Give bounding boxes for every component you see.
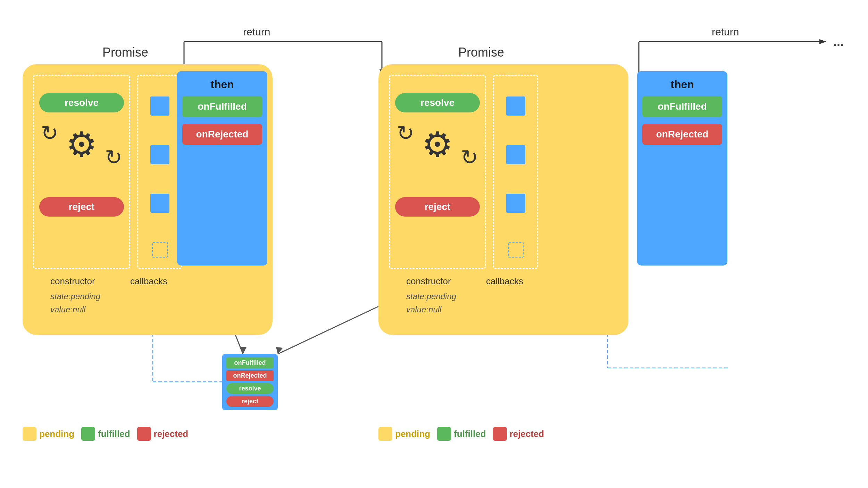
rejected-label-right: rejected	[510, 429, 544, 439]
legend-fulfilled-right: fulfilled	[437, 427, 486, 441]
right-cb-sq1	[506, 96, 525, 116]
right-constructor-box: resolve ⚙ ↺ ↻ reject	[389, 75, 486, 269]
right-promise-box: Promise resolve ⚙ ↺ ↻ reject	[378, 64, 628, 335]
left-onfulfilled-btn: onFulfilled	[182, 96, 262, 117]
left-state-text: state:pendingvalue:null	[50, 290, 100, 317]
right-callbacks-label: callbacks	[486, 276, 523, 287]
right-onfulfilled-btn: onFulfilled	[642, 96, 722, 117]
svg-marker-8	[240, 347, 247, 354]
right-cb-sq3	[506, 194, 525, 213]
right-then-box: then onFulfilled onRejected	[637, 71, 727, 266]
left-arrow-right: ↻	[105, 145, 122, 169]
right-state-text: state:pendingvalue:null	[406, 290, 456, 317]
legend-fulfilled-left: fulfilled	[81, 427, 130, 441]
rejected-label-left: rejected	[154, 429, 189, 439]
pending-label-right: pending	[395, 429, 430, 439]
right-callbacks-box	[493, 75, 538, 269]
right-gear-icon: ⚙	[422, 124, 453, 165]
left-gear-icon: ⚙	[66, 124, 97, 165]
left-callbacks-box	[137, 75, 182, 269]
left-cb-dashed-sq	[152, 242, 168, 258]
rejected-color-left	[137, 427, 151, 441]
fulfilled-color-right	[437, 427, 451, 441]
right-arrow-left: ↺	[397, 121, 414, 145]
ellipsis-text: ...	[833, 35, 844, 49]
pending-color-left	[23, 427, 36, 441]
left-promise-title: Promise	[102, 45, 148, 60]
mini-reject: reject	[226, 396, 274, 407]
mini-promise-box: onFulfilled onRejected resolve reject	[222, 354, 278, 410]
legend-rejected-left: rejected	[137, 427, 189, 441]
left-cb-sq2	[150, 145, 169, 164]
left-then-title: then	[210, 78, 234, 91]
return-label-right: return	[712, 26, 739, 38]
left-resolve-btn: resolve	[39, 93, 124, 112]
right-promise-title: Promise	[458, 45, 504, 60]
right-arrow-right: ↻	[461, 145, 478, 169]
diagram-container: return return ... Promise resolve ⚙ ↺ ↻ …	[0, 0, 868, 488]
right-legend: pending fulfilled rejected	[378, 427, 544, 441]
pending-color-right	[378, 427, 392, 441]
legend-pending-right: pending	[378, 427, 430, 441]
left-cb-sq1	[150, 96, 169, 116]
left-callbacks-label: callbacks	[130, 276, 167, 287]
legend-rejected-right: rejected	[493, 427, 544, 441]
left-constructor-box: resolve ⚙ ↺ ↻ reject	[33, 75, 130, 269]
right-reject-btn: reject	[395, 197, 480, 217]
legend-pending-left: pending	[23, 427, 74, 441]
right-resolve-btn: resolve	[395, 93, 480, 112]
right-constructor-label: constructor	[406, 276, 451, 287]
left-legend: pending fulfilled rejected	[23, 427, 188, 441]
fulfilled-label-right: fulfilled	[454, 429, 486, 439]
rejected-color-right	[493, 427, 507, 441]
mini-onfulfilled: onFulfilled	[226, 357, 274, 368]
fulfilled-label-left: fulfilled	[98, 429, 130, 439]
left-onrejected-btn: onRejected	[182, 124, 262, 145]
left-cb-sq3	[150, 194, 169, 213]
right-cb-sq2	[506, 145, 525, 164]
left-then-box: then onFulfilled onRejected	[177, 71, 267, 266]
mini-onrejected: onRejected	[226, 370, 274, 381]
left-constructor-label: constructor	[50, 276, 95, 287]
fulfilled-color-left	[81, 427, 95, 441]
svg-marker-6	[819, 39, 826, 44]
left-reject-btn: reject	[39, 197, 124, 217]
right-cb-dashed-sq	[508, 242, 524, 258]
return-label-left: return	[243, 26, 270, 38]
left-arrow-left: ↺	[41, 121, 58, 145]
mini-resolve: resolve	[226, 383, 274, 394]
svg-marker-10	[276, 347, 283, 354]
right-onrejected-btn: onRejected	[642, 124, 722, 145]
right-then-title: then	[670, 78, 694, 91]
pending-label-left: pending	[39, 429, 74, 439]
